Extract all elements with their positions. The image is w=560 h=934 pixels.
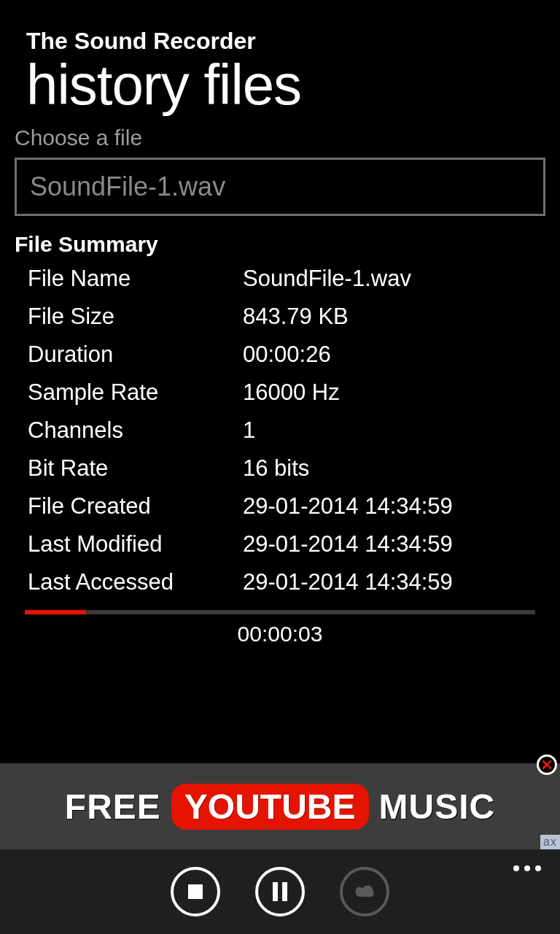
summary-value: 16000 Hz: [243, 379, 532, 406]
summary-label: Channels: [28, 417, 243, 444]
summary-value: 843.79 KB: [243, 304, 532, 330]
summary-row-file-name: File Name SoundFile-1.wav: [28, 260, 532, 298]
ad-text-music: MUSIC: [379, 787, 496, 827]
summary-value: 29-01-2014 14:34:59: [243, 531, 532, 557]
summary-label: File Size: [28, 304, 243, 330]
summary-label: Bit Rate: [28, 455, 243, 482]
summary-row-file-size: File Size 843.79 KB: [28, 298, 532, 336]
more-dots-icon: [513, 865, 519, 871]
summary-row-file-created: File Created 29-01-2014 14:34:59: [28, 487, 532, 525]
file-summary-title: File Summary: [15, 232, 545, 257]
playback-progress-fill: [25, 610, 86, 614]
app-bar: [0, 849, 560, 934]
summary-value: SoundFile-1.wav: [243, 266, 532, 292]
summary-row-duration: Duration 00:00:26: [28, 336, 532, 374]
more-dots-icon: [524, 865, 530, 871]
ad-close-button[interactable]: [537, 754, 557, 775]
summary-label: Sample Rate: [28, 379, 243, 406]
file-summary-table: File Name SoundFile-1.wav File Size 843.…: [15, 260, 545, 601]
file-picker[interactable]: SoundFile-1.wav: [15, 158, 545, 216]
ad-banner[interactable]: FREE YOUTUBE MUSIC ax: [0, 763, 560, 849]
summary-row-bit-rate: Bit Rate 16 bits: [28, 449, 532, 487]
close-icon: [542, 760, 552, 770]
summary-value: 00:00:26: [243, 341, 532, 368]
ad-text-youtube: YOUTUBE: [171, 784, 369, 830]
svg-rect-4: [282, 882, 287, 901]
stop-button[interactable]: [171, 867, 220, 916]
summary-value: 16 bits: [243, 455, 532, 482]
summary-label: File Name: [28, 266, 243, 292]
cloud-icon: [351, 883, 378, 900]
file-picker-label: Choose a file: [15, 126, 545, 150]
player: 00:00:03: [25, 610, 535, 647]
app-title: The Sound Recorder: [26, 29, 545, 53]
page-title: history files: [26, 55, 545, 115]
summary-value: 29-01-2014 14:34:59: [243, 569, 532, 595]
summary-row-last-modified: Last Modified 29-01-2014 14:34:59: [28, 525, 532, 563]
svg-rect-3: [273, 882, 278, 901]
summary-row-sample-rate: Sample Rate 16000 Hz: [28, 374, 532, 412]
summary-row-channels: Channels 1: [28, 412, 532, 449]
cloud-upload-button[interactable]: [340, 867, 389, 916]
summary-label: File Created: [28, 493, 243, 520]
header: The Sound Recorder history files: [0, 0, 560, 115]
summary-label: Duration: [28, 341, 243, 368]
summary-value: 29-01-2014 14:34:59: [243, 493, 532, 520]
more-dots-icon: [535, 865, 541, 871]
summary-label: Last Modified: [28, 531, 243, 557]
pause-button[interactable]: [255, 867, 305, 916]
summary-label: Last Accessed: [28, 569, 243, 595]
pause-icon: [272, 882, 288, 901]
svg-rect-2: [188, 884, 203, 899]
more-button[interactable]: [513, 865, 541, 871]
playback-elapsed: 00:00:03: [25, 622, 535, 647]
ad-network-badge: ax: [540, 835, 560, 849]
ad-text-free: FREE: [65, 787, 161, 827]
summary-value: 1: [243, 417, 532, 444]
content: Choose a file SoundFile-1.wav File Summa…: [0, 115, 560, 741]
stop-icon: [187, 884, 203, 900]
playback-progress[interactable]: [25, 610, 535, 614]
summary-row-last-accessed: Last Accessed 29-01-2014 14:34:59: [28, 563, 532, 601]
